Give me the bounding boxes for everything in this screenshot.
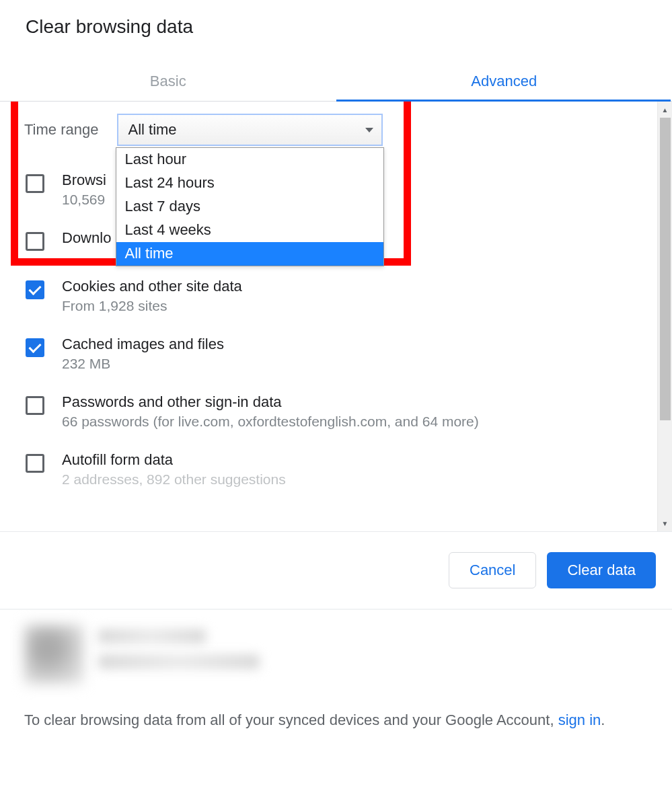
list-item-cookies: Cookies and other site data From 1,928 s… <box>24 268 648 326</box>
tab-advanced[interactable]: Advanced <box>336 63 673 101</box>
account-text <box>98 629 648 680</box>
content: Time range All time Last hour Last 24 ho… <box>0 102 672 531</box>
item-desc: 232 MB <box>62 356 648 372</box>
list-text: Autofill form data 2 addresses, 892 othe… <box>62 451 648 488</box>
caret-down-icon <box>365 128 373 132</box>
checkbox-autofill[interactable] <box>26 454 44 473</box>
time-range-selected-value: All time <box>128 121 176 139</box>
checkbox-cookies[interactable] <box>26 280 44 299</box>
scroll-thumb[interactable] <box>660 118 671 420</box>
list-text: Passwords and other sign-in data 66 pass… <box>62 393 648 430</box>
item-desc: 2 addresses, 892 other suggestions <box>62 471 648 488</box>
checkbox-download-history[interactable] <box>26 232 44 251</box>
sync-period: . <box>601 712 605 728</box>
checkbox-passwords[interactable] <box>26 396 44 415</box>
time-range-row: Time range All time Last hour Last 24 ho… <box>0 110 672 155</box>
item-desc: 66 passwords (for live.com, oxfordtestof… <box>62 414 648 430</box>
scrollbar[interactable]: ▲ ▼ <box>657 102 672 531</box>
clear-data-button[interactable]: Clear data <box>547 552 656 588</box>
item-title: Cached images and files <box>62 336 648 353</box>
item-desc: From 1,928 sites <box>62 298 648 314</box>
content-scroll-area: Time range All time Last hour Last 24 ho… <box>0 102 672 531</box>
clear-browsing-data-dialog: Clear browsing data Basic Advanced Time … <box>0 0 672 744</box>
time-range-select[interactable]: All time Last hour Last 24 hours Last 7 … <box>117 114 383 146</box>
item-title: Cookies and other site data <box>62 278 648 295</box>
account-email-blurred <box>98 654 260 669</box>
time-range-select-display[interactable]: All time <box>117 114 383 146</box>
sync-message: To clear browsing data from all of your … <box>24 708 648 732</box>
dropdown-option-last-7-days[interactable]: Last 7 days <box>116 195 383 219</box>
list-text: Cached images and files 232 MB <box>62 336 648 372</box>
checkbox-cache[interactable] <box>26 338 44 357</box>
tabs-bar: Basic Advanced <box>0 63 672 102</box>
dropdown-option-last-hour[interactable]: Last hour <box>116 148 383 171</box>
dropdown-option-all-time[interactable]: All time <box>116 242 383 266</box>
account-section: To clear browsing data from all of your … <box>0 610 672 744</box>
avatar <box>24 625 83 684</box>
checkbox-browsing-history[interactable] <box>26 174 44 193</box>
cancel-button[interactable]: Cancel <box>449 552 536 588</box>
account-name-blurred <box>98 629 206 644</box>
item-title: Autofill form data <box>62 451 648 469</box>
time-range-dropdown: Last hour Last 24 hours Last 7 days Last… <box>116 147 384 266</box>
time-range-label: Time range <box>24 121 98 139</box>
list-item-cache: Cached images and files 232 MB <box>24 326 648 384</box>
item-title: Passwords and other sign-in data <box>62 393 648 411</box>
list-item-passwords: Passwords and other sign-in data 66 pass… <box>24 384 648 442</box>
dialog-title: Clear browsing data <box>0 0 672 39</box>
list-item-autofill: Autofill form data 2 addresses, 892 othe… <box>24 442 648 500</box>
tab-basic[interactable]: Basic <box>0 63 336 101</box>
dialog-footer: Cancel Clear data <box>0 531 672 609</box>
dropdown-option-last-24-hours[interactable]: Last 24 hours <box>116 171 383 195</box>
scroll-down-icon[interactable]: ▼ <box>658 515 672 531</box>
sign-in-link[interactable]: sign in <box>558 712 601 728</box>
account-info-blurred <box>24 625 648 684</box>
scroll-up-icon[interactable]: ▲ <box>658 102 672 118</box>
list-text: Cookies and other site data From 1,928 s… <box>62 278 648 314</box>
dropdown-option-last-4-weeks[interactable]: Last 4 weeks <box>116 219 383 242</box>
sync-text-prefix: To clear browsing data from all of your … <box>24 712 558 728</box>
